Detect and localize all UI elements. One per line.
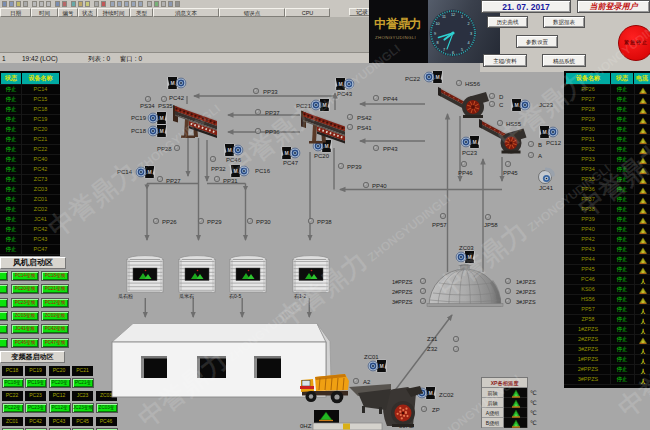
svg-text:PP32: PP32 xyxy=(211,166,226,172)
svg-text:瓜米石: 瓜米石 xyxy=(179,293,194,300)
svg-text:PC14: PC14 xyxy=(117,169,133,175)
svg-text:ZP: ZP xyxy=(432,407,440,413)
svg-text:M: M xyxy=(284,150,288,156)
svg-text:M: M xyxy=(472,139,476,145)
svg-text:A: A xyxy=(538,153,542,159)
svg-text:B: B xyxy=(538,142,542,148)
svg-text:瓜石粉: 瓜石粉 xyxy=(118,293,133,300)
svg-text:PC47: PC47 xyxy=(283,160,299,166)
svg-text:PP36: PP36 xyxy=(265,129,280,135)
svg-text:石0-5: 石0-5 xyxy=(229,293,241,300)
svg-text:HS56: HS56 xyxy=(465,81,481,87)
svg-text:PP43: PP43 xyxy=(383,146,398,152)
svg-text:ZC01: ZC01 xyxy=(364,354,379,360)
svg-text:PP38: PP38 xyxy=(317,219,332,225)
svg-text:3#PPZS: 3#PPZS xyxy=(392,299,413,305)
svg-text:PS35: PS35 xyxy=(158,103,173,109)
svg-text:M: M xyxy=(322,102,326,108)
svg-text:PP44: PP44 xyxy=(383,96,398,102)
svg-text:PC12: PC12 xyxy=(546,140,562,146)
svg-text:M: M xyxy=(467,254,471,260)
svg-text:C: C xyxy=(499,102,504,108)
svg-text:PC42: PC42 xyxy=(169,95,185,101)
svg-text:ZC03: ZC03 xyxy=(459,245,474,251)
svg-text:PP57: PP57 xyxy=(432,222,447,228)
svg-text:A2: A2 xyxy=(363,379,371,385)
svg-text:M: M xyxy=(147,169,151,175)
svg-text:M: M xyxy=(227,147,231,153)
svg-text:JP58: JP58 xyxy=(484,222,498,228)
svg-text:PP40: PP40 xyxy=(372,183,387,189)
svg-text:M: M xyxy=(324,143,328,149)
svg-text:M: M xyxy=(159,115,163,121)
svg-text:PS41: PS41 xyxy=(357,125,372,131)
svg-text:M: M xyxy=(542,129,546,135)
svg-text:3#JPZS: 3#JPZS xyxy=(516,299,536,305)
svg-text:PP33: PP33 xyxy=(263,89,278,95)
svg-text:PP39: PP39 xyxy=(347,164,362,170)
svg-text:M: M xyxy=(428,390,432,396)
svg-text:PC19: PC19 xyxy=(131,115,147,121)
svg-text:M: M xyxy=(170,80,174,86)
svg-text:PC46: PC46 xyxy=(226,157,242,163)
svg-text:ZC02: ZC02 xyxy=(439,392,454,398)
svg-text:JC23: JC23 xyxy=(539,102,554,108)
svg-text:PP28: PP28 xyxy=(157,146,172,152)
svg-text:M: M xyxy=(435,74,439,80)
svg-text:PC43: PC43 xyxy=(337,91,353,97)
svg-text:1#JPZS: 1#JPZS xyxy=(516,279,536,285)
svg-text:PP45: PP45 xyxy=(503,170,518,176)
svg-text:Z32: Z32 xyxy=(427,346,438,352)
svg-text:PC22: PC22 xyxy=(405,76,421,82)
svg-text:PC23: PC23 xyxy=(462,150,478,156)
svg-text:D: D xyxy=(499,94,504,100)
svg-text:M: M xyxy=(233,168,237,174)
svg-text:M: M xyxy=(379,363,383,369)
svg-text:1#PPZS: 1#PPZS xyxy=(392,279,413,285)
svg-text:PS42: PS42 xyxy=(357,115,372,121)
svg-text:PC21: PC21 xyxy=(296,103,312,109)
svg-text:M: M xyxy=(338,81,342,87)
svg-text:PC20: PC20 xyxy=(314,153,330,159)
svg-text:PP26: PP26 xyxy=(162,219,177,225)
svg-text:HS55: HS55 xyxy=(506,121,522,127)
svg-text:PP46: PP46 xyxy=(458,170,473,176)
svg-text:PS34: PS34 xyxy=(140,103,155,109)
svg-text:Z31: Z31 xyxy=(427,336,438,342)
svg-text:PP30: PP30 xyxy=(256,219,271,225)
svg-text:PP29: PP29 xyxy=(207,219,222,225)
svg-text:JC41: JC41 xyxy=(539,185,554,191)
svg-text:PP27: PP27 xyxy=(166,178,181,184)
svg-text:PP37: PP37 xyxy=(265,110,280,116)
svg-text:2#JPZS: 2#JPZS xyxy=(516,289,536,295)
svg-text:PC16: PC16 xyxy=(255,168,271,174)
svg-text:石1-2: 石1-2 xyxy=(294,293,306,300)
svg-text:PP31: PP31 xyxy=(223,178,238,184)
svg-text:M: M xyxy=(514,102,518,108)
svg-text:M: M xyxy=(159,128,163,134)
svg-text:0HZ: 0HZ xyxy=(300,423,312,429)
svg-text:2#PPZS: 2#PPZS xyxy=(392,289,413,295)
svg-text:PC18: PC18 xyxy=(131,128,147,134)
